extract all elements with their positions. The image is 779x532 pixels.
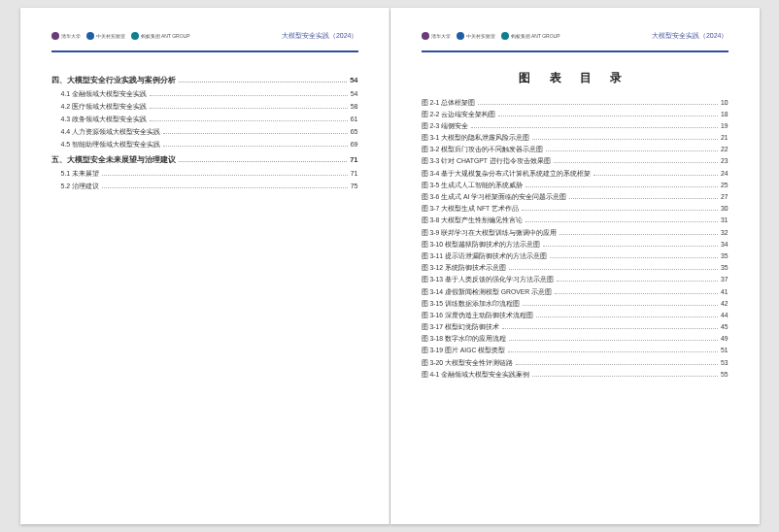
- toc-section-label: 五、大模型安全未来展望与治理建议: [51, 155, 176, 165]
- right-page: 清华大学中关村实验室蚂蚁集团 ANT GROUP 大模型安全实践（2024） 图…: [390, 8, 760, 524]
- figure-label: 图 3-14 虚假新闻检测模型 GROVER 示意图: [422, 287, 553, 297]
- toc-page-number: 65: [351, 128, 358, 135]
- logo-item: 清华大学: [51, 32, 81, 40]
- logo-icon: [422, 32, 429, 40]
- logo-icon: [501, 32, 509, 40]
- toc-leader-dots: [536, 316, 718, 317]
- toc-page-number: 69: [351, 141, 358, 148]
- toc-leader-dots: [102, 175, 348, 176]
- figure-row: 图 3-7 大模型生成 NFT 艺术作品30: [422, 204, 728, 214]
- figure-page-number: 34: [721, 241, 728, 248]
- figure-label: 图 3-6 生成式 AI 学习框架面临的安全问题示意图: [422, 192, 567, 202]
- header-rule: [422, 50, 728, 52]
- figure-row: 图 3-4 基于大规模复杂分布式计算机系统建立的系统框架24: [422, 169, 728, 179]
- logo-item: 蚂蚁集团 ANT GROUP: [131, 32, 190, 40]
- figure-page-number: 44: [721, 312, 728, 318]
- logo-item: 中关村实验室: [457, 32, 495, 40]
- figure-page-number: 19: [721, 122, 728, 129]
- figure-row: 图 3-9 联邦学习在大模型训练与微调中的应用32: [422, 228, 728, 238]
- toc-row: 5.1 未来展望71: [51, 169, 358, 179]
- toc-leader-dots: [150, 120, 348, 121]
- figure-row: 图 2-1 总体框架图10: [422, 98, 728, 108]
- logo-group: 清华大学中关村实验室蚂蚁集团 ANT GROUP: [51, 32, 190, 40]
- toc-row: 5.2 治理建议75: [51, 182, 358, 191]
- toc-item-label: 5.1 未来展望: [61, 169, 100, 179]
- toc-section-title: 五、大模型安全未来展望与治理建议71: [51, 155, 358, 165]
- logo-icon: [457, 32, 464, 40]
- figure-label: 图 2-1 总体框架图: [422, 98, 476, 108]
- figure-page-number: 35: [721, 252, 728, 259]
- logo-text: 清华大学: [61, 33, 81, 39]
- figure-row: 图 2-3 端侧安全19: [422, 121, 728, 131]
- toc-item-label: 4.1 金融领域大模型安全实践: [61, 89, 148, 99]
- toc-leader-dots: [509, 340, 718, 341]
- logo-text: 蚂蚁集团 ANT GROUP: [511, 33, 560, 39]
- figure-row: 图 3-17 模型幻觉防御技术45: [422, 322, 728, 332]
- figure-list-heading: 图 表 目 录: [422, 70, 728, 86]
- figure-page-number: 18: [721, 111, 728, 117]
- logo-text: 蚂蚁集团 ANT GROUP: [141, 33, 190, 39]
- toc-leader-dots: [550, 257, 718, 258]
- figure-label: 图 3-9 联邦学习在大模型训练与微调中的应用: [422, 228, 558, 238]
- logo-text: 中关村实验室: [466, 33, 495, 39]
- logo-item: 清华大学: [422, 32, 451, 40]
- logo-text: 清华大学: [431, 33, 451, 39]
- figure-label: 图 2-2 云边端安全架构图: [422, 110, 496, 119]
- figure-label: 图 3-19 图片 AIGC 模型类型: [422, 346, 506, 355]
- page-header-left: 清华大学中关村实验室蚂蚁集团 ANT GROUP 大模型安全实践（2024）: [51, 27, 358, 45]
- figure-label: 图 3-12 系统防御技术示意图: [422, 263, 506, 273]
- logo-group: 清华大学中关村实验室蚂蚁集团 ANT GROUP: [422, 32, 560, 40]
- figure-page-number: 32: [721, 229, 728, 236]
- toc-leader-dots: [532, 376, 718, 377]
- figure-label: 图 3-3 针对 CHATGPT 进行指令攻击效果图: [422, 156, 551, 166]
- toc-leader-dots: [569, 198, 718, 199]
- figure-page-number: 35: [721, 264, 728, 271]
- toc-leader-dots: [532, 139, 718, 140]
- logo-icon: [131, 32, 139, 40]
- toc-item-label: 4.3 政务领域大模型安全实践: [61, 115, 148, 124]
- toc-leader-dots: [150, 95, 348, 96]
- figure-row: 图 3-11 提示语泄漏防御技术的方法示意图35: [422, 251, 728, 261]
- figure-row: 图 3-20 大模型安全性评测链路53: [422, 358, 728, 368]
- figure-page-number: 25: [721, 182, 728, 188]
- toc-leader-dots: [559, 234, 718, 235]
- toc-page-number: 75: [351, 183, 358, 189]
- toc-leader-dots: [557, 281, 718, 282]
- toc-leader-dots: [179, 161, 348, 162]
- toc-leader-dots: [593, 175, 718, 176]
- toc-content: 四、大模型安全行业实践与案例分析544.1 金融领域大模型安全实践544.2 医…: [51, 70, 358, 498]
- doc-title: 大模型安全实践（2024）: [652, 31, 728, 41]
- figure-label: 图 3-17 模型幻觉防御技术: [422, 322, 499, 332]
- figure-row: 图 3-6 生成式 AI 学习框架面临的安全问题示意图27: [422, 192, 728, 202]
- figure-page-number: 30: [721, 205, 728, 212]
- page-spread: 清华大学中关村实验室蚂蚁集团 ANT GROUP 大模型安全实践（2024） 四…: [20, 8, 760, 524]
- toc-row: 4.2 医疗领域大模型安全实践58: [51, 102, 358, 112]
- figure-label: 图 3-15 训练数据添加水印流程图: [422, 299, 520, 309]
- toc-leader-dots: [516, 364, 718, 365]
- figure-row: 图 3-1 大模型的隐私泄露风险示意图21: [422, 133, 728, 143]
- figure-page-number: 23: [721, 157, 728, 164]
- toc-leader-dots: [102, 187, 348, 188]
- figure-page-number: 27: [721, 193, 728, 200]
- toc-row: 4.5 智能助理领域大模型安全实践69: [51, 140, 358, 150]
- figure-row: 图 3-8 大模型产生性别偏见性言论31: [422, 216, 728, 225]
- figure-page-number: 49: [721, 335, 728, 342]
- toc-leader-dots: [525, 186, 718, 187]
- figure-row: 图 3-19 图片 AIGC 模型类型51: [422, 346, 728, 355]
- toc-leader-dots: [508, 351, 718, 352]
- page-header-right: 清华大学中关村实验室蚂蚁集团 ANT GROUP 大模型安全实践（2024）: [422, 27, 728, 45]
- toc-item-label: 4.2 医疗领域大模型安全实践: [61, 102, 148, 112]
- toc-item-label: 5.2 治理建议: [61, 182, 100, 191]
- toc-leader-dots: [522, 210, 718, 211]
- toc-page-number: 54: [350, 76, 357, 84]
- figure-label: 图 3-7 大模型生成 NFT 艺术作品: [422, 204, 519, 214]
- figure-row: 图 3-16 深度伪造主动防御技术流程图44: [422, 311, 728, 320]
- left-page: 清华大学中关村实验室蚂蚁集团 ANT GROUP 大模型安全实践（2024） 四…: [20, 8, 390, 524]
- toc-leader-dots: [478, 104, 718, 105]
- figure-row: 图 3-12 系统防御技术示意图35: [422, 263, 728, 273]
- logo-icon: [51, 32, 59, 40]
- figure-row: 图 3-3 针对 CHATGPT 进行指令攻击效果图23: [422, 156, 728, 166]
- toc-leader-dots: [502, 328, 718, 329]
- figure-row: 图 2-2 云边端安全架构图18: [422, 110, 728, 119]
- figure-page-number: 21: [721, 134, 728, 141]
